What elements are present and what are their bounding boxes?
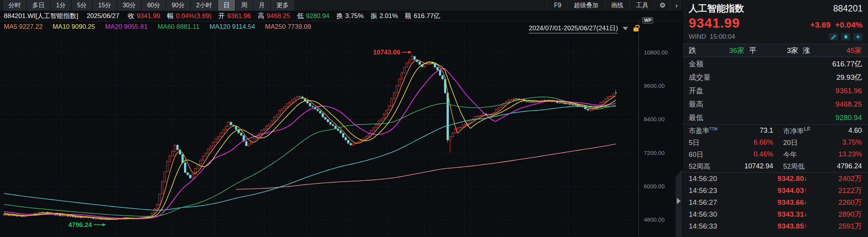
tab-5分[interactable]: 5分 xyxy=(72,0,92,11)
row-value: 9361.96 xyxy=(835,87,862,95)
tab-多日[interactable]: 多日 xyxy=(27,0,50,11)
tab-2小时[interactable]: 2小时 xyxy=(191,0,217,11)
pencil-icon[interactable] xyxy=(829,33,838,41)
draw-line-button[interactable]: 画线 xyxy=(605,0,630,11)
pair-value-1: 10742.94 xyxy=(734,162,773,170)
ma-legend-item-MA120: MA120 9114.54 xyxy=(210,23,255,31)
stat-pair-rows: 市盈率TTM73.1市净率LF4.605日6.66%20日3.75%60日0.4… xyxy=(683,124,868,172)
chevron-down-icon[interactable] xyxy=(623,27,628,30)
down-label: 跌 xyxy=(689,46,696,56)
info-item-低: 低9280.94 xyxy=(297,12,329,20)
row-label: 最低 xyxy=(689,113,703,123)
panel-row-成交量: 成交量29.93亿 xyxy=(683,71,868,84)
row-value: 616.77亿 xyxy=(832,59,862,69)
f9-button[interactable]: F9 xyxy=(547,0,567,11)
pair-label-1-text: 52周高 xyxy=(689,163,710,170)
lock-icon[interactable] xyxy=(633,28,638,31)
key-value-rows: 金额616.77亿成交量29.93亿开盘9361.96最高9468.25最低92… xyxy=(683,57,868,124)
super-overlay-button[interactable]: 超级叠加 xyxy=(567,0,605,11)
info-label: 高 xyxy=(258,12,264,20)
tab-30分[interactable]: 30分 xyxy=(117,0,141,11)
pair-label-2: 市净率LF xyxy=(783,125,823,136)
ma-value: 9055.81 xyxy=(124,23,147,30)
tick-time: 14:56:20 xyxy=(689,174,746,183)
info-item-额: 额616.77亿 xyxy=(405,12,440,20)
tab-更多[interactable]: 更多 xyxy=(271,0,294,11)
chart-canvas[interactable] xyxy=(0,21,676,237)
ma-value: 7739.09 xyxy=(288,23,311,30)
pair-label-1: 市盈率TTM xyxy=(689,126,734,135)
tick-price: 9343.66 xyxy=(746,198,804,207)
date-range-label[interactable]: 2024/07/01-2025/06/27(241日) xyxy=(529,24,618,33)
toolbar-right: F9 超级叠加 画线 工具 ⚙ › xyxy=(547,0,682,11)
chevron-right-icon[interactable]: › xyxy=(670,0,682,11)
tick-time: 14:56:23 xyxy=(689,186,746,195)
tick-arrow-up-icon: ↑ xyxy=(804,187,812,194)
info-label: 开 xyxy=(218,12,225,20)
pair-label-1: 52周高 xyxy=(689,162,734,171)
pair-value-1: 6.66% xyxy=(734,138,773,146)
up-label: 涨 xyxy=(803,46,810,56)
tick-volume: 2402万 xyxy=(812,174,862,184)
tab-1分[interactable]: 1分 xyxy=(51,0,71,11)
tick-row: 14:56:339343.85↑2591万 xyxy=(683,220,868,232)
stat-pair-row: 市盈率TTM73.1市净率LF4.60 xyxy=(683,125,868,137)
row-label: 成交量 xyxy=(689,72,711,82)
tick-time: 14:56:33 xyxy=(689,222,746,230)
ma-value: 9090.25 xyxy=(71,23,95,30)
info-item-高: 高9468.25 xyxy=(258,12,290,20)
info-value: 2.01% xyxy=(379,12,398,20)
pair-label-1-text: 市盈率 xyxy=(689,127,709,135)
index-name: 人工智能指数 xyxy=(689,2,744,15)
label-superscript: TTM xyxy=(709,127,718,131)
pair-value-2: 4.60 xyxy=(823,127,862,135)
info-value: 3.75% xyxy=(345,12,364,20)
flat-count: 3家 xyxy=(787,46,799,56)
tick-row: 14:56:209342.80↓2402万 xyxy=(683,173,868,184)
tab-15分[interactable]: 15分 xyxy=(93,0,117,11)
tick-volume: 2122万 xyxy=(812,186,862,196)
period-tabs: 分时多日1分5分15分30分60分90分2小时日周月更多 xyxy=(0,0,295,11)
tab-日[interactable]: 日 xyxy=(218,0,235,11)
ma-legend-item-MA20: MA20 9055.81 xyxy=(105,23,148,31)
panel-row-最低: 最低9280.94 xyxy=(683,111,868,124)
ma-label: MA10 xyxy=(53,23,69,30)
info-label: 收 xyxy=(128,12,134,20)
row-value: 29.93亿 xyxy=(836,72,862,82)
tab-周[interactable]: 周 xyxy=(236,0,253,11)
ohlc-summary: 收9341.99幅0.04%(3.69)开9361.96高9468.25低928… xyxy=(128,12,447,20)
info-item-振: 振2.01% xyxy=(370,12,398,20)
tick-time: 14:56:30 xyxy=(689,210,746,219)
index-code: 884201 xyxy=(833,3,863,14)
plus-icon[interactable]: + xyxy=(853,33,863,41)
info-item-开: 开9361.96 xyxy=(218,12,251,20)
pair-label-2-text: 今年 xyxy=(783,151,797,158)
tools-button[interactable]: 工具 xyxy=(630,0,655,11)
wp-badge[interactable]: WP xyxy=(643,17,653,23)
panel-collapse-handle[interactable] xyxy=(676,169,682,237)
info-label: 换 xyxy=(336,12,343,20)
pair-label-2-text: 20日 xyxy=(783,139,798,146)
tick-arrow-down-icon: ↓ xyxy=(804,199,812,206)
tick-arrow-down-icon: ↓ xyxy=(804,211,812,218)
stat-pair-row: 52周高10742.9452周低4796.24 xyxy=(683,160,868,172)
tick-row: 14:56:309343.31↓2890万 xyxy=(683,208,868,220)
row-label: 金额 xyxy=(689,59,703,69)
tick-arrow-up-icon: ↑ xyxy=(804,222,812,230)
date-range-selector[interactable]: 2024/07/01-2025/06/27(241日) xyxy=(529,24,638,33)
gear-icon[interactable]: ⚙ xyxy=(655,0,670,11)
price-change: +3.69 +0.04% xyxy=(810,20,863,30)
tick-volume: 2260万 xyxy=(812,198,862,207)
quote-side-panel: 人工智能指数 884201 9341.99 +3.69 +0.04% WIND … xyxy=(682,0,868,237)
tab-分时[interactable]: 分时 xyxy=(3,0,26,11)
ma-label: MA20 xyxy=(105,23,122,30)
candlestick-chart[interactable] xyxy=(0,21,676,237)
row-value: 9280.94 xyxy=(835,114,862,122)
tab-月[interactable]: 月 xyxy=(253,0,270,11)
panel-row-最高: 最高9468.25 xyxy=(683,97,868,111)
tick-volume: 2890万 xyxy=(812,209,862,219)
bell-icon[interactable] xyxy=(841,33,850,41)
tab-90分[interactable]: 90分 xyxy=(166,0,190,11)
tab-60分[interactable]: 60分 xyxy=(142,0,165,11)
panel-row-开盘: 开盘9361.96 xyxy=(683,84,868,97)
